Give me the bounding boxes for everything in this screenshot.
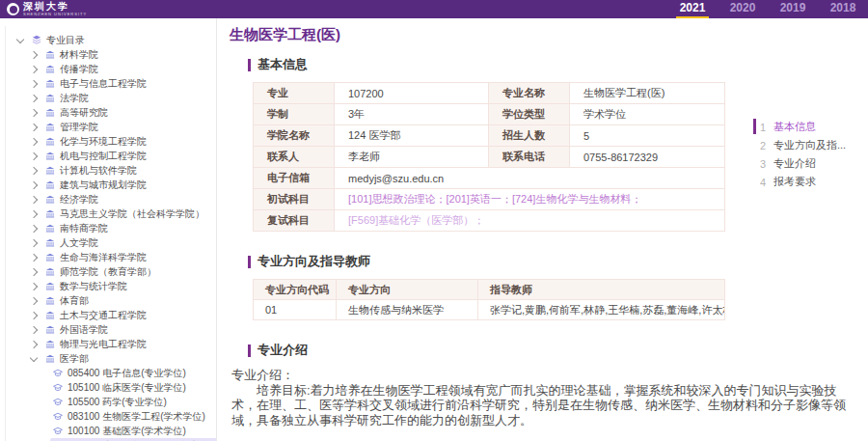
chevron-right-icon[interactable] (30, 137, 38, 145)
sidebar-item[interactable]: 师范学院（教育学部） (0, 264, 216, 279)
chevron-right-icon[interactable] (30, 180, 38, 188)
anchor-nav-item[interactable]: 2专业方向及指... (760, 136, 866, 154)
tree-row-inner: 化学与环境工程学院 (42, 134, 151, 150)
table-row: 学制3年学位类型学术学位 (254, 104, 725, 125)
building-icon (44, 122, 56, 132)
chevron-right-icon[interactable] (30, 195, 38, 203)
chevron-right-icon[interactable] (30, 325, 38, 333)
chevron-right-icon[interactable] (30, 79, 38, 87)
sidebar-item-label: 083100 生物医学工程(学术学位) (68, 410, 205, 424)
sidebar-item[interactable]: 外国语学院 (0, 322, 216, 337)
sidebar-item[interactable]: 100100 基础医学(学术学位) (0, 424, 216, 438)
chevron-down-icon[interactable] (16, 35, 24, 42)
sidebar-item[interactable]: 医学部 (0, 351, 216, 366)
sidebar-item[interactable]: 专业目录 (0, 33, 216, 47)
sidebar-item-label: 法学院 (60, 92, 89, 105)
sidebar-item[interactable]: 085400 电子信息(专业学位) (0, 366, 216, 380)
year-tab-2020[interactable]: 2020 (718, 0, 768, 18)
chevron-right-icon[interactable] (30, 311, 38, 318)
sidebar-item[interactable]: 土木与交通工程学院 (0, 308, 216, 322)
year-tab-2018[interactable]: 2018 (818, 0, 868, 18)
chevron-right-icon[interactable] (30, 209, 38, 217)
chevron-right-icon[interactable] (30, 267, 38, 275)
tree-row-inner: 生命与海洋科学学院 (42, 250, 151, 265)
tree-row-inner: 高等研究院 (42, 105, 113, 121)
chevron-right-icon[interactable] (30, 166, 38, 174)
year-tab-2021[interactable]: 2021 (667, 0, 718, 18)
sidebar-item[interactable]: 高等研究院 (0, 105, 216, 120)
table-row: 01生物传感与纳米医学张学记,黄鹏,何前军,林静,王华楠,苏磊,董海峰,许太林 (254, 300, 725, 320)
tree-row-inner: 083100 生物医学工程(学术学位) (50, 409, 210, 425)
chevron-right-icon[interactable] (30, 108, 38, 116)
tree-row-inner: 机电与控制工程学院 (42, 149, 151, 164)
anchor-number: 3 (760, 158, 773, 170)
field-label: 专业名称 (489, 83, 570, 104)
anchor-nav-item[interactable]: 4报考要求 (760, 173, 866, 191)
top-header: 深圳大学 SHENZHEN UNIVERSITY 202120202019201… (0, 0, 868, 18)
chevron-right-icon[interactable] (30, 238, 38, 246)
anchor-nav-item[interactable]: 3专业介绍 (760, 154, 866, 173)
intro-paragraph: 专业介绍： (231, 368, 854, 383)
sidebar-item-label: 专业目录 (46, 34, 85, 47)
exam-subjects-link[interactable]: [F569]基础化学（医学部）； (335, 210, 725, 232)
sidebar-item[interactable]: 人文学院 (0, 235, 216, 250)
tree-row-inner: 计算机与软件学院 (42, 163, 142, 179)
sidebar-item[interactable]: 计算机与软件学院 (0, 163, 216, 178)
sidebar-item[interactable]: 机电与控制工程学院 (0, 149, 216, 163)
year-tabs: 2021202020192018 (667, 0, 868, 18)
sidebar-item[interactable]: 105100 临床医学(专业学位) (0, 380, 216, 395)
sidebar-item[interactable]: 经济学院 (0, 192, 216, 207)
sidebar-item[interactable]: 生命与海洋科学学院 (0, 250, 216, 264)
chevron-down-icon[interactable] (30, 353, 38, 361)
sidebar-item[interactable]: 083100 生物医学工程(学术学位) (0, 409, 216, 424)
tree-row-inner: 传播学院 (42, 62, 103, 77)
year-tab-2019[interactable]: 2019 (768, 0, 818, 18)
chevron-right-icon[interactable] (30, 296, 38, 304)
chevron-right-icon[interactable] (30, 50, 38, 58)
sidebar-item[interactable]: 传播学院 (0, 62, 216, 76)
exam-subjects-link[interactable]: [101]思想政治理论；[201]英语一；[724]生物化学与生物材料； (335, 189, 725, 210)
sidebar-item[interactable]: 体育部 (0, 293, 216, 308)
chevron-right-icon[interactable] (30, 94, 38, 101)
sidebar-item-label: 高等研究院 (60, 106, 108, 120)
column-header: 专业方向 (337, 280, 478, 300)
chevron-right-icon[interactable] (30, 282, 38, 289)
building-icon (44, 136, 56, 147)
sidebar-item-label: 医学部 (60, 352, 89, 366)
column-header: 专业方向代码 (254, 280, 337, 300)
tree-row-inner: 专业目录 (29, 33, 90, 48)
graduation-cap-icon (52, 368, 64, 378)
sidebar-item-label: 105500 药学(专业学位) (68, 396, 167, 409)
anchor-nav-item[interactable]: 1基本信息 (760, 118, 866, 136)
sidebar-item[interactable]: 材料学院 (0, 47, 216, 62)
field-value: 3年 (335, 104, 489, 125)
sidebar-item-label: 土木与交通工程学院 (60, 309, 147, 322)
chevron-right-icon[interactable] (30, 123, 38, 130)
column-header: 指导教师 (478, 280, 725, 300)
sidebar-item[interactable]: 建筑与城市规划学院 (0, 178, 216, 192)
tree-row-inner: 电子与信息工程学院 (42, 76, 151, 92)
catalog-icon (31, 35, 42, 45)
graduation-cap-icon (52, 397, 64, 407)
sidebar-item[interactable]: 105500 药学(专业学位) (0, 395, 216, 409)
field-value: 107200 (335, 83, 489, 104)
sidebar-item[interactable]: 化学与环境工程学院 (0, 134, 216, 149)
sidebar-item[interactable]: 南特商学院 (0, 221, 216, 235)
sidebar-item[interactable]: 管理学院 (0, 120, 216, 134)
field-label: 学制 (254, 104, 335, 125)
chevron-right-icon[interactable] (30, 224, 38, 232)
chevron-right-icon[interactable] (30, 253, 38, 261)
sidebar-item[interactable]: 物理与光电工程学院 (0, 337, 216, 351)
sidebar-item[interactable]: 马克思主义学院（社会科学学院） (0, 207, 216, 221)
sidebar-item-label: 材料学院 (60, 48, 98, 62)
sidebar-item-label: 建筑与城市规划学院 (60, 179, 147, 192)
chevron-right-icon[interactable] (30, 65, 38, 72)
chevron-right-icon[interactable] (30, 340, 38, 347)
sidebar-item[interactable]: 法学院 (0, 91, 216, 105)
sidebar-item[interactable]: 电子与信息工程学院 (0, 76, 216, 91)
anchor-label: 报考要求 (773, 175, 816, 189)
sidebar-item[interactable]: 数学与统计学院 (0, 279, 216, 293)
building-icon (44, 324, 56, 335)
university-logo: 深圳大学 SHENZHEN UNIVERSITY (0, 2, 87, 16)
chevron-right-icon[interactable] (30, 152, 38, 159)
